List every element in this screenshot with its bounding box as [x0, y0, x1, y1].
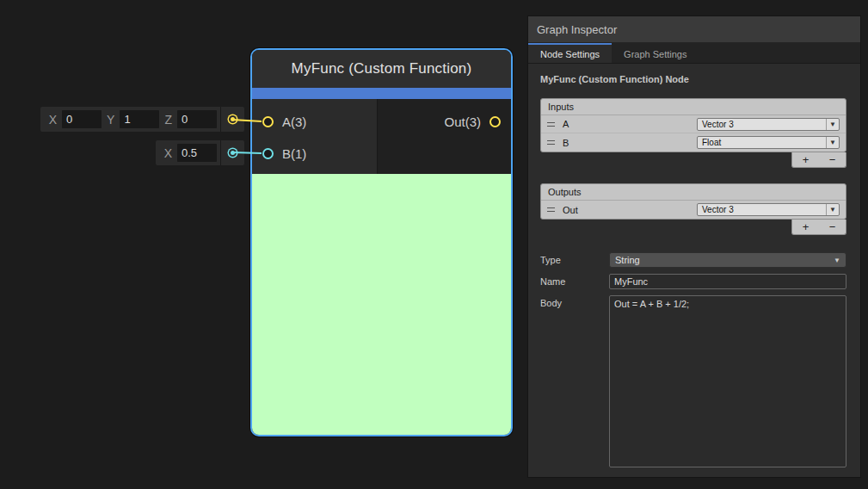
list-item-output-out[interactable]: Out Vector 3 ▼	[541, 201, 846, 219]
port-b-label: B(1)	[282, 146, 306, 161]
vector3-input-widget: X Y Z	[40, 107, 244, 132]
inspector-tab-bar: Node Settings Graph Settings	[528, 43, 860, 64]
drag-handle-icon[interactable]	[547, 140, 555, 145]
drag-handle-icon[interactable]	[547, 207, 555, 212]
tab-node-settings[interactable]: Node Settings	[528, 43, 612, 63]
list-item-input-b[interactable]: B Float ▼	[541, 133, 846, 152]
body-textarea[interactable]: Out = A + B + 1/2;	[609, 295, 846, 467]
float-fields: X	[156, 140, 220, 165]
inputs-list-title: Inputs	[541, 99, 846, 115]
type-dropdown[interactable]: String ▼	[609, 252, 846, 268]
port-out[interactable]: Out(3)	[378, 106, 511, 138]
float-value-field[interactable]	[177, 144, 217, 162]
outputs-list-title: Outputs	[541, 184, 846, 201]
port-a-label: A(3)	[282, 115, 306, 129]
input-a-name: A	[563, 119, 569, 129]
input-a-type-dropdown[interactable]: Vector 3 ▼	[697, 118, 840, 131]
node-ports-area: A(3) B(1) Out(3)	[252, 99, 511, 174]
input-b-type-dropdown[interactable]: Float ▼	[697, 136, 840, 149]
drag-handle-icon[interactable]	[547, 122, 555, 127]
graph-inspector-panel: Graph Inspector Node Settings Graph Sett…	[527, 15, 861, 478]
outputs-list-footer: + −	[791, 220, 846, 235]
list-item-input-a[interactable]: A Vector 3 ▼	[541, 115, 846, 133]
port-b[interactable]: B(1)	[252, 138, 377, 170]
node-preview	[252, 174, 511, 435]
vector3-fields: X Y Z	[40, 107, 220, 132]
float-input-widget: X	[156, 140, 244, 165]
inspector-body: MyFunc (Custom Function) Node Inputs A V…	[528, 64, 860, 467]
name-row: Name	[540, 274, 846, 289]
float-port-dot-icon	[231, 151, 235, 155]
dropdown-arrow-icon: ▼	[826, 137, 839, 148]
add-output-button[interactable]: +	[792, 220, 819, 234]
inputs-list-footer: + −	[791, 152, 846, 168]
node-accent-bar	[252, 88, 511, 99]
remove-output-button[interactable]: −	[819, 220, 846, 234]
node-title: MyFunc (Custom Function)	[292, 60, 472, 77]
body-label: Body	[540, 295, 609, 467]
name-input[interactable]	[609, 274, 846, 289]
dropdown-arrow-icon: ▼	[834, 257, 840, 264]
vector3-port-icon[interactable]	[489, 116, 501, 127]
field-label-y: Y	[107, 113, 114, 127]
tab-node-settings-label: Node Settings	[540, 49, 600, 59]
output-out-type-dropdown[interactable]: Vector 3 ▼	[697, 203, 840, 216]
type-row: Type String ▼	[540, 252, 846, 268]
tab-graph-settings-label: Graph Settings	[624, 49, 686, 59]
output-ports-column: Out(3)	[378, 99, 511, 174]
function-properties: Type String ▼ Name Body Out = A + B + 1/…	[540, 252, 846, 467]
input-b-name: B	[563, 138, 569, 148]
float-output-stub[interactable]	[220, 140, 244, 165]
type-label: Type	[540, 252, 609, 268]
vector3-port-icon[interactable]	[262, 116, 274, 127]
input-ports-column: A(3) B(1)	[252, 99, 378, 174]
port-a[interactable]: A(3)	[252, 106, 377, 138]
inspector-title-bar[interactable]: Graph Inspector	[528, 16, 860, 43]
x-value-field[interactable]	[62, 110, 102, 128]
field-label-x: X	[49, 113, 57, 127]
body-row: Body Out = A + B + 1/2;	[540, 295, 846, 467]
dropdown-arrow-icon: ▼	[826, 204, 839, 215]
vector3-output-stub[interactable]	[220, 107, 244, 132]
name-label: Name	[540, 274, 609, 289]
outputs-list: Outputs Out Vector 3 ▼	[540, 183, 846, 220]
remove-input-button[interactable]: −	[819, 152, 846, 167]
float-port-icon[interactable]	[262, 148, 274, 159]
field-label-z: Z	[164, 113, 172, 127]
tab-graph-settings[interactable]: Graph Settings	[612, 43, 699, 63]
custom-function-node[interactable]: MyFunc (Custom Function) A(3) B(1) Out(3…	[250, 48, 513, 436]
inspector-title: Graph Inspector	[537, 23, 617, 36]
vector3-port-dot-icon	[231, 117, 235, 121]
input-a-type-value: Vector 3	[702, 120, 734, 129]
input-b-type-value: Float	[702, 138, 721, 147]
field-label-x: X	[164, 146, 172, 160]
node-title-bar[interactable]: MyFunc (Custom Function)	[252, 50, 511, 88]
dropdown-arrow-icon: ▼	[826, 119, 839, 130]
type-value: String	[615, 255, 640, 265]
y-value-field[interactable]	[120, 110, 159, 128]
output-out-name: Out	[563, 205, 578, 215]
output-out-type-value: Vector 3	[702, 205, 734, 214]
node-settings-heading: MyFunc (Custom Function) Node	[540, 74, 846, 84]
add-input-button[interactable]: +	[792, 152, 819, 167]
z-value-field[interactable]	[177, 110, 217, 128]
inputs-list: Inputs A Vector 3 ▼ B Float ▼	[540, 98, 846, 152]
port-out-label: Out(3)	[444, 115, 481, 129]
